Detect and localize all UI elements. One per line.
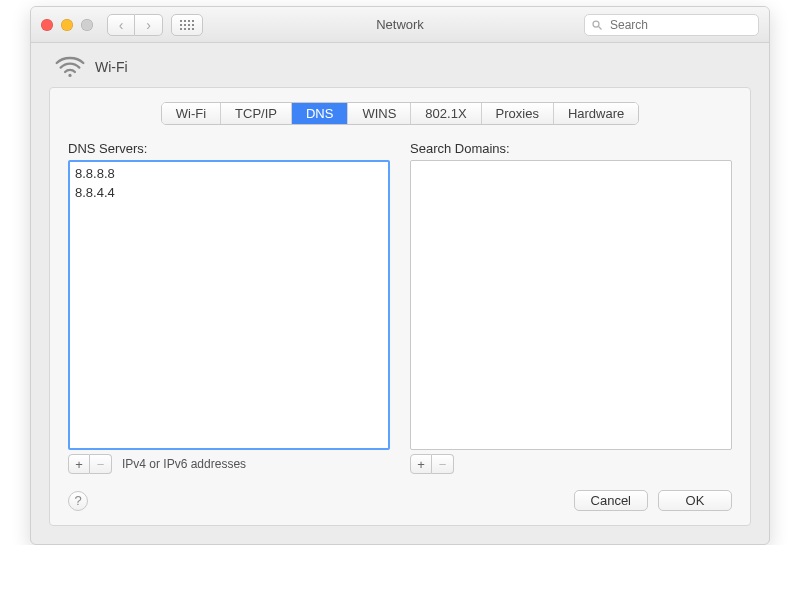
dns-hint: IPv4 or IPv6 addresses	[122, 457, 246, 471]
grid-icon	[180, 20, 194, 30]
dns-remove-button[interactable]: −	[90, 454, 112, 474]
tab-proxies[interactable]: Proxies	[482, 103, 554, 124]
domains-add-button[interactable]: +	[410, 454, 432, 474]
back-button[interactable]: ‹	[107, 14, 135, 36]
close-icon[interactable]	[41, 19, 53, 31]
tab-dns[interactable]: DNS	[292, 103, 348, 124]
cancel-button[interactable]: Cancel	[574, 490, 648, 511]
show-all-button[interactable]	[171, 14, 203, 36]
svg-point-0	[593, 21, 599, 27]
minus-icon: −	[439, 457, 447, 472]
titlebar: ‹ › Network	[31, 7, 769, 43]
settings-panel: Wi-FiTCP/IPDNSWINS802.1XProxiesHardware …	[49, 87, 751, 526]
tabs: Wi-FiTCP/IPDNSWINS802.1XProxiesHardware	[68, 102, 732, 125]
tab-hardware[interactable]: Hardware	[554, 103, 638, 124]
connection-header: Wi-Fi	[31, 43, 769, 87]
search-input[interactable]	[608, 17, 752, 33]
dns-servers-list[interactable]: 8.8.8.88.8.4.4	[68, 160, 390, 450]
traffic-lights	[41, 19, 93, 31]
dns-servers-label: DNS Servers:	[68, 141, 390, 156]
list-item[interactable]: 8.8.4.4	[75, 184, 383, 203]
search-field[interactable]	[584, 14, 759, 36]
plus-icon: +	[75, 457, 83, 472]
ok-button[interactable]: OK	[658, 490, 732, 511]
forward-button[interactable]: ›	[135, 14, 163, 36]
svg-point-2	[68, 74, 71, 77]
zoom-icon[interactable]	[81, 19, 93, 31]
svg-line-1	[599, 26, 602, 29]
plus-icon: +	[417, 457, 425, 472]
wifi-icon	[53, 55, 87, 79]
tab-wifi[interactable]: Wi-Fi	[162, 103, 221, 124]
minus-icon: −	[97, 457, 105, 472]
chevron-right-icon: ›	[146, 17, 151, 33]
search-domains-list[interactable]	[410, 160, 732, 450]
tab-wins[interactable]: WINS	[348, 103, 411, 124]
minimize-icon[interactable]	[61, 19, 73, 31]
connection-name: Wi-Fi	[95, 59, 128, 75]
domains-remove-button[interactable]: −	[432, 454, 454, 474]
help-button[interactable]: ?	[68, 491, 88, 511]
search-icon	[591, 19, 603, 31]
nav-back-forward: ‹ ›	[107, 14, 163, 36]
chevron-left-icon: ‹	[119, 17, 124, 33]
tab-8021x[interactable]: 802.1X	[411, 103, 481, 124]
tab-tcpip[interactable]: TCP/IP	[221, 103, 292, 124]
network-preferences-window: ‹ › Network Wi-Fi Wi-FiTCP/	[30, 6, 770, 545]
search-domains-label: Search Domains:	[410, 141, 732, 156]
dns-add-button[interactable]: +	[68, 454, 90, 474]
list-item[interactable]: 8.8.8.8	[75, 165, 383, 184]
